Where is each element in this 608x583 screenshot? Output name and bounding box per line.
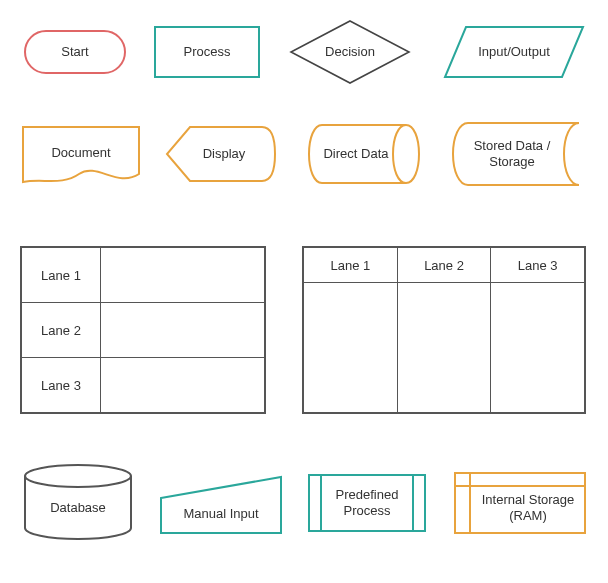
decision-shape [290,20,410,84]
swimlane-h-lane-body [101,358,264,412]
swimlane-h-lane: Lane 1 [22,248,264,302]
swimlane-v-lane-body [397,283,491,412]
swimlane-v-lane-body [304,283,397,412]
svg-rect-9 [455,473,585,533]
swimlane-v-lane-header: Lane 2 [397,248,491,282]
swimlane-h-lane-header: Lane 1 [22,248,101,302]
swimlane-horizontal: Lane 1 Lane 2 Lane 3 [20,246,266,414]
document-shape [22,126,140,190]
swimlane-v-lane-header: Lane 1 [304,248,397,282]
swimlane-h-lane-body [101,248,264,302]
swimlane-v-lane-header: Lane 3 [490,248,584,282]
predefined-process-shape [308,474,426,532]
internal-storage-shape [454,472,586,534]
swimlane-v-lane-body [490,283,584,412]
flowchart-shape-legend: Start Process Decision Input/Output Docu… [0,0,608,583]
manual-input-shape [160,476,282,534]
display-shape [166,126,276,182]
swimlane-vertical: Lane 1 Lane 2 Lane 3 [302,246,586,414]
swimlane-h-lane: Lane 2 [22,302,264,357]
svg-point-4 [25,465,131,487]
stored-data-shape [452,122,580,186]
io-shape [444,26,584,78]
svg-rect-0 [25,31,125,73]
swimlane-h-lane-body [101,303,264,357]
process-shape [154,26,260,78]
svg-marker-2 [291,21,409,83]
svg-marker-3 [445,27,583,77]
database-shape [24,464,132,540]
start-shape [24,30,126,74]
direct-data-shape [308,124,420,184]
swimlane-h-lane: Lane 3 [22,357,264,412]
svg-rect-6 [309,475,425,531]
swimlane-h-lane-header: Lane 3 [22,358,101,412]
svg-marker-5 [161,477,281,533]
svg-rect-1 [155,27,259,77]
swimlane-h-lane-header: Lane 2 [22,303,101,357]
